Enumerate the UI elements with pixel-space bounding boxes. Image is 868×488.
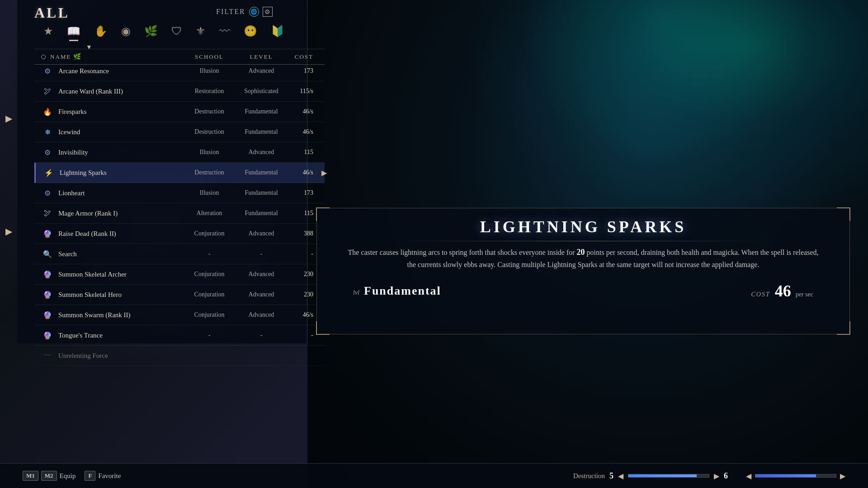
cat-wave[interactable]: 〰 bbox=[219, 25, 230, 38]
panel-title: ALL bbox=[34, 5, 70, 21]
spell-row[interactable]: ❄ Icewind Destruction Fundamental 46/s bbox=[34, 122, 325, 142]
spell-school: Destruction bbox=[182, 108, 236, 115]
cat-spells[interactable]: 📖 bbox=[67, 25, 80, 38]
magic-progress-bar bbox=[755, 474, 836, 478]
spell-name: Lightning Sparks bbox=[60, 169, 182, 177]
spell-level: Fundamental bbox=[236, 210, 286, 217]
cat-wards[interactable]: 🛡 bbox=[171, 25, 182, 38]
spell-row[interactable]: 🔮 Summon Swarm (Rank II) Conjuration Adv… bbox=[34, 305, 325, 325]
spell-row[interactable]: 〰 Unrelenting Force bbox=[34, 346, 325, 366]
category-icons-row: ★ 📖 ✋ ◉ 🌿 🛡 ⚜ 〰 😶 🔰 bbox=[34, 20, 325, 42]
spell-row[interactable]: 🔮 Raise Dead (Rank II) Conjuration Advan… bbox=[34, 224, 325, 244]
cat-powers[interactable]: ✋ bbox=[94, 25, 108, 38]
skill-progress-bar bbox=[628, 474, 709, 478]
spell-icon: 🔮 bbox=[41, 268, 54, 281]
corner-decoration-tl bbox=[316, 207, 330, 221]
wards-icon: 🛡 bbox=[171, 25, 182, 38]
spell-row[interactable]: 🕊 Arcane Ward (Rank III) Restoration Sop… bbox=[34, 81, 325, 102]
skill-prev-arrow[interactable]: ◀ bbox=[618, 472, 623, 480]
spell-school: Illusion bbox=[182, 67, 236, 75]
spell-cost: - bbox=[286, 250, 318, 258]
spell-detail-description: The caster causes lightning arcs to spri… bbox=[317, 246, 849, 270]
spell-name: Arcane Ward (Rank III) bbox=[58, 88, 182, 95]
spell-cost: 173 bbox=[286, 67, 318, 75]
spell-icon: 🕊 bbox=[41, 207, 54, 220]
spell-name: Arcane Resonance bbox=[58, 67, 182, 75]
spell-school: Conjuration bbox=[182, 311, 236, 319]
powers-icon: ✋ bbox=[94, 25, 108, 38]
spell-name: Mage Armor (Rank I) bbox=[58, 210, 182, 217]
spell-icon: 🔮 bbox=[41, 309, 54, 321]
nav-arrow-bottom[interactable]: ▶ bbox=[5, 226, 12, 237]
spell-detail-panel: LIGHTNING SPARKS The caster causes light… bbox=[316, 208, 850, 334]
spell-school: Destruction bbox=[182, 169, 236, 176]
bottom-bar: M1 M2 Equip F Favorite Destruction 5 ◀ ▶… bbox=[0, 463, 868, 488]
detail-cost-container: COST 46 per sec bbox=[751, 282, 814, 300]
skill-next-arrow[interactable]: ▶ bbox=[714, 472, 719, 480]
key-f[interactable]: F bbox=[85, 471, 95, 481]
spell-cost: 173 bbox=[286, 189, 318, 197]
spell-row[interactable]: 🔮 Tongue's Trance - - - bbox=[34, 325, 325, 346]
detail-level-value: Fundamental bbox=[364, 284, 441, 298]
bottom-right-skill: Destruction 5 ◀ ▶ 6 ◀ ▶ bbox=[573, 471, 845, 481]
detail-cost-label: COST bbox=[751, 291, 770, 298]
active-chevron: ▼ bbox=[86, 44, 92, 51]
spell-level: Fundamental bbox=[236, 108, 286, 115]
cat-face[interactable]: 😶 bbox=[244, 25, 257, 38]
cat-shouts[interactable]: ◉ bbox=[121, 25, 131, 38]
spell-row[interactable]: ⚙ Lionheart Illusion Fundamental 173 bbox=[34, 183, 325, 203]
shield2-icon: 🔰 bbox=[271, 25, 284, 38]
spell-icon: ⚙ bbox=[41, 187, 54, 199]
spell-row[interactable]: ⚙ Arcane Resonance Illusion Advanced 173 bbox=[34, 61, 325, 81]
bottom-left-bindings: M1 M2 Equip F Favorite bbox=[23, 471, 121, 481]
detail-level-container: lvl Fundamental bbox=[353, 284, 441, 298]
spell-name: Summon Swarm (Rank II) bbox=[58, 311, 182, 319]
cat-flames[interactable]: 🌿 bbox=[144, 25, 158, 38]
spells-icon: 📖 bbox=[67, 25, 80, 38]
spell-cost: 46/s bbox=[286, 169, 318, 176]
spell-cost: 46/s bbox=[286, 128, 318, 136]
spell-name: Lionheart bbox=[58, 189, 182, 197]
spell-name: Search bbox=[58, 250, 182, 258]
spell-row[interactable]: 🕊 Mage Armor (Rank I) Alteration Fundame… bbox=[34, 203, 325, 224]
spell-icon: 🔮 bbox=[41, 288, 54, 301]
spell-cost: 388 bbox=[286, 230, 318, 237]
cat-symbol[interactable]: ⚜ bbox=[196, 25, 206, 38]
filter-globe-icon[interactable]: 🌐 bbox=[249, 7, 259, 17]
cat-favorites[interactable]: ★ bbox=[43, 25, 53, 38]
favorite-binding: F Favorite bbox=[85, 471, 121, 481]
cat-shield2[interactable]: 🔰 bbox=[271, 25, 284, 38]
magic-prev-arrow[interactable]: ◀ bbox=[746, 472, 751, 480]
key-m1[interactable]: M1 bbox=[23, 471, 38, 481]
spell-row[interactable]: 🔮 Summon Skeletal Archer Conjuration Adv… bbox=[34, 264, 325, 285]
spell-level: Fundamental bbox=[236, 128, 286, 136]
spell-level: Advanced bbox=[236, 67, 286, 75]
filter-gear-icon[interactable]: ⚙ bbox=[263, 7, 273, 17]
spell-school: - bbox=[182, 250, 236, 258]
spell-name: Unrelenting Force bbox=[58, 352, 182, 360]
spell-row[interactable]: ⚡ Lightning Sparks Destruction Fundament… bbox=[34, 163, 325, 183]
col-header-name: NAME 🌿 bbox=[41, 53, 182, 61]
spell-level: - bbox=[236, 250, 286, 258]
nav-arrow-top[interactable]: ▶ bbox=[5, 113, 12, 124]
spell-row[interactable]: 🔍 Search - - - bbox=[34, 244, 325, 264]
magic-next-arrow[interactable]: ▶ bbox=[840, 472, 845, 480]
spell-level: Sophisticated bbox=[236, 88, 286, 95]
corner-decoration-bl bbox=[316, 321, 330, 335]
spell-name: Invisibility bbox=[58, 149, 182, 156]
key-m2[interactable]: M2 bbox=[41, 471, 57, 481]
spell-icon: ❄ bbox=[41, 126, 54, 138]
aurora-effect bbox=[461, 0, 868, 226]
spell-row[interactable]: ⚙ Invisibility Illusion Advanced 115 bbox=[34, 142, 325, 163]
spell-cost: 230 bbox=[286, 271, 318, 278]
flames-icon: 🌿 bbox=[144, 25, 158, 38]
spell-row[interactable]: 🔮 Summon Skeletal Hero Conjuration Advan… bbox=[34, 285, 325, 305]
equip-label: Equip bbox=[60, 472, 76, 480]
spell-row[interactable]: 🔥 Firesparks Destruction Fundamental 46/… bbox=[34, 102, 325, 122]
spell-icon: 🔮 bbox=[41, 227, 54, 240]
magic-progress-fill bbox=[755, 474, 816, 477]
spell-level: Advanced bbox=[236, 149, 286, 156]
spell-name: Icewind bbox=[58, 128, 182, 136]
active-indicator bbox=[69, 40, 78, 41]
spell-icon: ⚙ bbox=[41, 146, 54, 159]
